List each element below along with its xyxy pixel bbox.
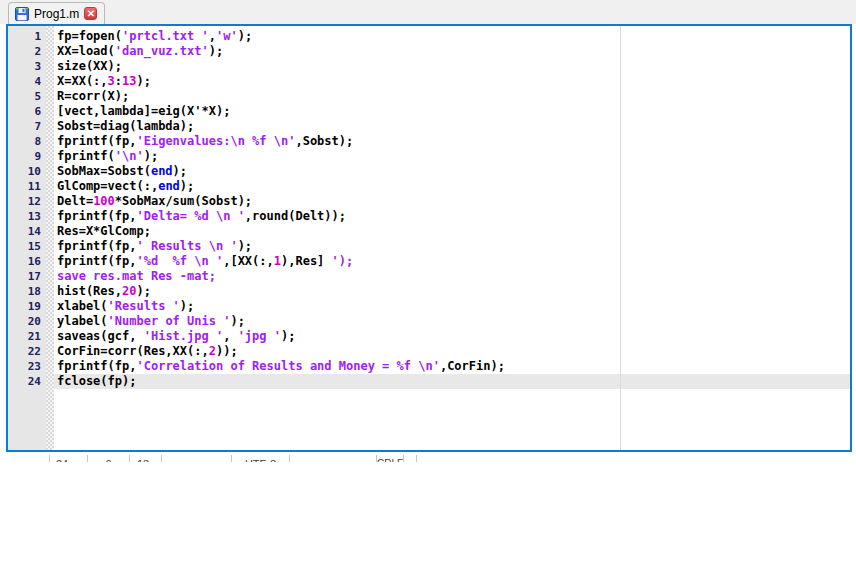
code-line[interactable]: 1fp=fopen('prtcl.txt ','w'); xyxy=(8,29,850,44)
code-line[interactable]: 9fprintf('\n'); xyxy=(8,149,850,164)
code-text: GlComp=vect(:,end); xyxy=(54,179,850,194)
code-line[interactable]: 20ylabel('Number of Unis '); xyxy=(8,314,850,329)
tab-prog1m[interactable]: Prog1.m ✕ xyxy=(8,2,105,24)
code-line[interactable]: 24fclose(fp); xyxy=(8,374,850,389)
code-line[interactable]: 19xlabel('Results '); xyxy=(8,299,850,314)
line-number: 11 xyxy=(8,179,46,194)
code-line[interactable]: 18hist(Res,20); xyxy=(8,284,850,299)
code-line[interactable]: 5R=corr(X); xyxy=(8,89,850,104)
fold-margin-cell xyxy=(46,74,54,89)
code-text: CorFin=corr(Res,XX(:,2)); xyxy=(54,344,850,359)
line-number: 17 xyxy=(8,269,46,284)
status-cell xyxy=(404,455,417,462)
fold-margin-cell xyxy=(46,269,54,284)
line-number: 23 xyxy=(8,359,46,374)
code-text: fclose(fp); xyxy=(54,374,850,389)
code-text: fprintf(fp,'Delta= %d \n ',round(Delt)); xyxy=(54,209,850,224)
code-line[interactable]: 4X=XX(:,3:13); xyxy=(8,74,850,89)
line-number: 15 xyxy=(8,239,46,254)
code-text: fprintf('\n'); xyxy=(54,149,850,164)
tab-bar: Prog1.m ✕ xyxy=(0,0,856,24)
code-editor[interactable]: 1fp=fopen('prtcl.txt ','w');2XX=load('da… xyxy=(6,24,852,452)
status-cell-selection: 13 xyxy=(130,455,162,462)
code-line[interactable]: 22CorFin=corr(Res,XX(:,2)); xyxy=(8,344,850,359)
code-line[interactable]: 17save res.mat Res -mat; xyxy=(8,269,850,284)
screen: Prog1.m ✕ 1fp=fopen('prtcl.txt ','w');2X… xyxy=(0,0,856,570)
code-text: R=corr(X); xyxy=(54,89,850,104)
status-cell xyxy=(162,455,232,462)
line-number: 8 xyxy=(8,134,46,149)
code-line[interactable]: 10SobMax=Sobst(end); xyxy=(8,164,850,179)
status-cell-eol: CRLF xyxy=(377,455,404,462)
code-text: hist(Res,20); xyxy=(54,284,850,299)
fold-margin-cell xyxy=(46,314,54,329)
code-line[interactable]: 11GlComp=vect(:,end); xyxy=(8,179,850,194)
code-line[interactable]: 21saveas(gcf, 'Hist.jpg ', 'jpg '); xyxy=(8,329,850,344)
code-text: Delt=100*SobMax/sum(Sobst); xyxy=(54,194,850,209)
line-number: 4 xyxy=(8,74,46,89)
fold-margin-cell xyxy=(46,59,54,74)
fold-margin-cell xyxy=(46,134,54,149)
code-text: X=XX(:,3:13); xyxy=(54,74,850,89)
fold-margin-cell xyxy=(46,29,54,44)
code-text: fprintf(fp,'Correlation of Results and M… xyxy=(54,359,850,374)
line-number: 16 xyxy=(8,254,46,269)
fold-margin-cell xyxy=(46,44,54,59)
fold-margin-cell xyxy=(46,164,54,179)
fold-margin-cell xyxy=(46,299,54,314)
close-icon[interactable]: ✕ xyxy=(84,7,97,20)
status-cell-column: 6 xyxy=(88,455,130,462)
status-cell xyxy=(8,455,50,462)
code-text: SobMax=Sobst(end); xyxy=(54,164,850,179)
status-cell-encoding: UTF-8 xyxy=(232,455,290,462)
code-text: Sobst=diag(lambda); xyxy=(54,119,850,134)
code-line[interactable]: 13fprintf(fp,'Delta= %d \n ',round(Delt)… xyxy=(8,209,850,224)
code-text: ylabel('Number of Unis '); xyxy=(54,314,850,329)
line-number: 18 xyxy=(8,284,46,299)
status-cell xyxy=(290,455,377,462)
code-line[interactable]: 6[vect,lambda]=eig(X'*X); xyxy=(8,104,850,119)
code-text: xlabel('Results '); xyxy=(54,299,850,314)
line-number: 20 xyxy=(8,314,46,329)
fold-margin-cell xyxy=(46,179,54,194)
right-margin-line xyxy=(620,26,621,450)
line-number: 6 xyxy=(8,104,46,119)
code-line[interactable]: 8fprintf(fp,'Eigenvalues:\n %f \n',Sobst… xyxy=(8,134,850,149)
code-text: fprintf(fp,'Eigenvalues:\n %f \n',Sobst)… xyxy=(54,134,850,149)
fold-margin-cell xyxy=(46,359,54,374)
code-line[interactable]: 16fprintf(fp,'%d %f \n ',[XX(:,1),Res] '… xyxy=(8,254,850,269)
code-line[interactable]: 3size(XX); xyxy=(8,59,850,74)
fold-margin-cell xyxy=(46,89,54,104)
code-line[interactable]: 7Sobst=diag(lambda); xyxy=(8,119,850,134)
save-icon xyxy=(15,7,29,21)
line-number: 13 xyxy=(8,209,46,224)
fold-margin-cell xyxy=(46,239,54,254)
fold-margin-cell xyxy=(46,284,54,299)
fold-margin-cell xyxy=(46,374,54,389)
fold-margin-cell xyxy=(46,329,54,344)
line-number: 3 xyxy=(8,59,46,74)
line-number: 10 xyxy=(8,164,46,179)
editor-window: Prog1.m ✕ 1fp=fopen('prtcl.txt ','w');2X… xyxy=(0,0,856,462)
code-line[interactable]: 12Delt=100*SobMax/sum(Sobst); xyxy=(8,194,850,209)
code-line[interactable]: 14Res=X*GlComp; xyxy=(8,224,850,239)
code-line[interactable]: 15fprintf(fp,' Results \n '); xyxy=(8,239,850,254)
line-number: 21 xyxy=(8,329,46,344)
code-line[interactable]: 2XX=load('dan_vuz.txt'); xyxy=(8,44,850,59)
code-text: size(XX); xyxy=(54,59,850,74)
code-line[interactable]: 23fprintf(fp,'Correlation of Results and… xyxy=(8,359,850,374)
fold-margin-cell xyxy=(46,119,54,134)
line-number: 19 xyxy=(8,299,46,314)
line-number: 22 xyxy=(8,344,46,359)
line-number: 9 xyxy=(8,149,46,164)
line-number: 1 xyxy=(8,29,46,44)
fold-margin-cell xyxy=(46,104,54,119)
line-number: 5 xyxy=(8,89,46,104)
code-text: Res=X*GlComp; xyxy=(54,224,850,239)
line-number: 12 xyxy=(8,194,46,209)
code-lines: 1fp=fopen('prtcl.txt ','w');2XX=load('da… xyxy=(8,26,850,389)
line-number: 24 xyxy=(8,374,46,389)
status-bar: 24 6 13 UTF-8 CRLF xyxy=(8,455,417,462)
code-text: [vect,lambda]=eig(X'*X); xyxy=(54,104,850,119)
code-text: saveas(gcf, 'Hist.jpg ', 'jpg '); xyxy=(54,329,850,344)
